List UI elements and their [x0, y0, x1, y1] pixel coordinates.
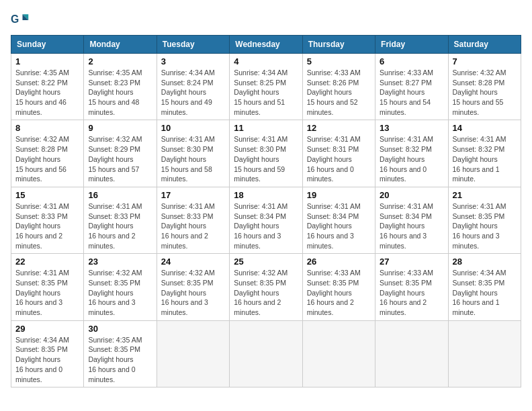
calendar-table: SundayMondayTuesdayWednesdayThursdayFrid…: [11, 35, 521, 387]
week-row-5: 29Sunrise: 4:34 AMSunset: 8:35 PMDayligh…: [11, 320, 521, 387]
day-number: 5: [307, 56, 371, 66]
day-number: 30: [88, 324, 152, 334]
day-info: Sunrise: 4:34 AMSunset: 8:35 PMDaylight …: [453, 268, 517, 317]
day-number: 16: [88, 190, 152, 200]
calendar-cell: [448, 320, 521, 387]
calendar-cell: 18Sunrise: 4:31 AMSunset: 8:34 PMDayligh…: [230, 187, 302, 253]
week-row-4: 22Sunrise: 4:31 AMSunset: 8:35 PMDayligh…: [11, 254, 521, 320]
day-info: Sunrise: 4:32 AMSunset: 8:35 PMDaylight …: [161, 268, 225, 317]
day-number: 6: [380, 56, 443, 66]
day-number: 23: [88, 257, 152, 267]
day-number: 8: [15, 123, 79, 133]
calendar-cell: 19Sunrise: 4:31 AMSunset: 8:34 PMDayligh…: [302, 187, 375, 253]
day-info: Sunrise: 4:31 AMSunset: 8:35 PMDaylight …: [15, 268, 79, 317]
calendar-cell: 17Sunrise: 4:31 AMSunset: 8:33 PMDayligh…: [157, 187, 229, 253]
calendar-cell: 28Sunrise: 4:34 AMSunset: 8:35 PMDayligh…: [448, 254, 521, 320]
col-header-monday: Monday: [84, 36, 157, 54]
col-header-sunday: Sunday: [11, 36, 84, 54]
calendar-cell: 16Sunrise: 4:31 AMSunset: 8:33 PMDayligh…: [84, 187, 157, 253]
calendar-cell: 12Sunrise: 4:31 AMSunset: 8:31 PMDayligh…: [302, 120, 375, 187]
day-number: 27: [380, 257, 443, 267]
day-number: 20: [380, 190, 443, 200]
week-row-1: 1Sunrise: 4:35 AMSunset: 8:22 PMDaylight…: [11, 54, 521, 120]
calendar-cell: 4Sunrise: 4:34 AMSunset: 8:25 PMDaylight…: [230, 54, 302, 120]
calendar-cell: [230, 320, 302, 387]
day-info: Sunrise: 4:33 AMSunset: 8:35 PMDaylight …: [380, 268, 443, 317]
day-number: 7: [453, 56, 517, 66]
calendar-cell: [302, 320, 375, 387]
day-number: 24: [161, 257, 225, 267]
day-info: Sunrise: 4:31 AMSunset: 8:31 PMDaylight …: [307, 134, 371, 183]
calendar-cell: 21Sunrise: 4:31 AMSunset: 8:35 PMDayligh…: [448, 187, 521, 253]
calendar-cell: 10Sunrise: 4:31 AMSunset: 8:30 PMDayligh…: [157, 120, 229, 187]
day-info: Sunrise: 4:31 AMSunset: 8:30 PMDaylight …: [234, 134, 298, 183]
calendar-cell: 26Sunrise: 4:33 AMSunset: 8:35 PMDayligh…: [302, 254, 375, 320]
day-info: Sunrise: 4:32 AMSunset: 8:28 PMDaylight …: [15, 134, 79, 183]
week-row-3: 15Sunrise: 4:31 AMSunset: 8:33 PMDayligh…: [11, 187, 521, 253]
day-info: Sunrise: 4:34 AMSunset: 8:35 PMDaylight …: [15, 335, 79, 384]
logo: G: [11, 11, 32, 30]
day-number: 18: [234, 190, 298, 200]
day-info: Sunrise: 4:34 AMSunset: 8:24 PMDaylight …: [161, 68, 225, 117]
col-header-tuesday: Tuesday: [157, 36, 229, 54]
calendar-cell: 22Sunrise: 4:31 AMSunset: 8:35 PMDayligh…: [11, 254, 84, 320]
day-number: 29: [15, 324, 79, 334]
week-row-2: 8Sunrise: 4:32 AMSunset: 8:28 PMDaylight…: [11, 120, 521, 187]
calendar-cell: 15Sunrise: 4:31 AMSunset: 8:33 PMDayligh…: [11, 187, 84, 253]
col-header-thursday: Thursday: [302, 36, 375, 54]
day-number: 13: [380, 123, 443, 133]
day-number: 11: [234, 123, 298, 133]
calendar-cell: 29Sunrise: 4:34 AMSunset: 8:35 PMDayligh…: [11, 320, 84, 387]
day-info: Sunrise: 4:35 AMSunset: 8:23 PMDaylight …: [88, 68, 152, 117]
day-info: Sunrise: 4:33 AMSunset: 8:26 PMDaylight …: [307, 68, 371, 117]
day-info: Sunrise: 4:31 AMSunset: 8:32 PMDaylight …: [453, 134, 517, 183]
day-info: Sunrise: 4:32 AMSunset: 8:28 PMDaylight …: [453, 68, 517, 117]
calendar-cell: [157, 320, 229, 387]
day-info: Sunrise: 4:31 AMSunset: 8:33 PMDaylight …: [161, 201, 225, 250]
calendar-cell: 1Sunrise: 4:35 AMSunset: 8:22 PMDaylight…: [11, 54, 84, 120]
day-info: Sunrise: 4:33 AMSunset: 8:27 PMDaylight …: [380, 68, 443, 117]
day-info: Sunrise: 4:32 AMSunset: 8:35 PMDaylight …: [88, 268, 152, 317]
day-info: Sunrise: 4:31 AMSunset: 8:33 PMDaylight …: [88, 201, 152, 250]
day-number: 12: [307, 123, 371, 133]
calendar-cell: 13Sunrise: 4:31 AMSunset: 8:32 PMDayligh…: [375, 120, 448, 187]
calendar-cell: 20Sunrise: 4:31 AMSunset: 8:34 PMDayligh…: [375, 187, 448, 253]
day-info: Sunrise: 4:35 AMSunset: 8:35 PMDaylight …: [88, 335, 152, 384]
day-number: 28: [453, 257, 517, 267]
svg-text:G: G: [11, 13, 19, 25]
calendar-header-row: SundayMondayTuesdayWednesdayThursdayFrid…: [11, 36, 521, 54]
day-number: 4: [234, 56, 298, 66]
calendar-cell: 24Sunrise: 4:32 AMSunset: 8:35 PMDayligh…: [157, 254, 229, 320]
day-info: Sunrise: 4:32 AMSunset: 8:35 PMDaylight …: [234, 268, 298, 317]
day-number: 2: [88, 56, 152, 66]
day-info: Sunrise: 4:32 AMSunset: 8:29 PMDaylight …: [88, 134, 152, 183]
calendar-cell: 30Sunrise: 4:35 AMSunset: 8:35 PMDayligh…: [84, 320, 157, 387]
logo-icon: G: [11, 11, 30, 30]
day-number: 26: [307, 257, 371, 267]
calendar-cell: 8Sunrise: 4:32 AMSunset: 8:28 PMDaylight…: [11, 120, 84, 187]
day-info: Sunrise: 4:31 AMSunset: 8:34 PMDaylight …: [307, 201, 371, 250]
day-number: 19: [307, 190, 371, 200]
calendar-cell: 25Sunrise: 4:32 AMSunset: 8:35 PMDayligh…: [230, 254, 302, 320]
calendar-cell: 14Sunrise: 4:31 AMSunset: 8:32 PMDayligh…: [448, 120, 521, 187]
day-info: Sunrise: 4:31 AMSunset: 8:33 PMDaylight …: [15, 201, 79, 250]
day-info: Sunrise: 4:31 AMSunset: 8:34 PMDaylight …: [234, 201, 298, 250]
day-info: Sunrise: 4:31 AMSunset: 8:35 PMDaylight …: [453, 201, 517, 250]
calendar-cell: 5Sunrise: 4:33 AMSunset: 8:26 PMDaylight…: [302, 54, 375, 120]
day-number: 21: [453, 190, 517, 200]
day-number: 22: [15, 257, 79, 267]
calendar-cell: 3Sunrise: 4:34 AMSunset: 8:24 PMDaylight…: [157, 54, 229, 120]
day-info: Sunrise: 4:31 AMSunset: 8:30 PMDaylight …: [161, 134, 225, 183]
calendar-cell: 9Sunrise: 4:32 AMSunset: 8:29 PMDaylight…: [84, 120, 157, 187]
calendar-cell: 23Sunrise: 4:32 AMSunset: 8:35 PMDayligh…: [84, 254, 157, 320]
day-info: Sunrise: 4:35 AMSunset: 8:22 PMDaylight …: [15, 68, 79, 117]
col-header-saturday: Saturday: [448, 36, 521, 54]
day-number: 17: [161, 190, 225, 200]
day-number: 25: [234, 257, 298, 267]
calendar-cell: 11Sunrise: 4:31 AMSunset: 8:30 PMDayligh…: [230, 120, 302, 187]
day-info: Sunrise: 4:34 AMSunset: 8:25 PMDaylight …: [234, 68, 298, 117]
calendar-cell: [375, 320, 448, 387]
day-number: 14: [453, 123, 517, 133]
col-header-friday: Friday: [375, 36, 448, 54]
day-number: 10: [161, 123, 225, 133]
